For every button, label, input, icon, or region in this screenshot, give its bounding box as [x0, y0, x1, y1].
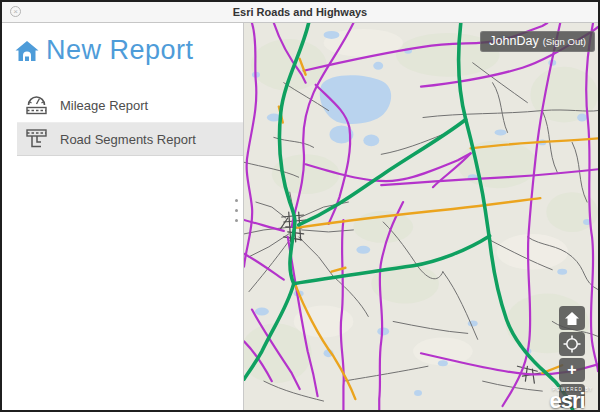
page-title: New Report: [46, 35, 194, 66]
locate-button[interactable]: [559, 332, 585, 356]
home-extent-button[interactable]: [559, 306, 585, 330]
road-segments-report-icon: [24, 127, 50, 151]
zoom-out-button[interactable]: −: [559, 384, 585, 408]
sign-out-link[interactable]: (Sign Out): [543, 31, 586, 52]
home-icon: [564, 311, 580, 326]
user-button[interactable]: JohnDay (Sign Out): [480, 31, 595, 52]
menu-item-mileage-report[interactable]: Mileage Report: [17, 88, 243, 122]
mileage-report-icon: [24, 93, 50, 117]
title-bar: × Esri Roads and Highways: [2, 2, 598, 23]
home-icon: [14, 38, 40, 64]
map-view[interactable]: JohnDay (Sign Out): [243, 23, 598, 411]
window-title: Esri Roads and Highways: [2, 2, 598, 22]
plus-icon: +: [567, 362, 576, 378]
basemap-canvas: [244, 23, 598, 411]
app-window: × Esri Roads and Highways New Report: [0, 0, 600, 412]
report-panel: New Report Mileage Report: [2, 23, 243, 411]
report-menu: Mileage Report Road Segments Report: [2, 88, 243, 156]
menu-item-label: Mileage Report: [60, 98, 148, 113]
user-name: JohnDay: [489, 31, 538, 52]
menu-item-label: Road Segments Report: [60, 132, 196, 147]
minus-icon: −: [567, 388, 576, 404]
panel-header: New Report: [14, 35, 243, 66]
zoom-in-button[interactable]: +: [559, 358, 585, 382]
panel-resize-handle[interactable]: [232, 199, 240, 229]
locate-icon: [563, 335, 581, 353]
map-controls: + −: [559, 306, 585, 410]
menu-item-road-segments-report[interactable]: Road Segments Report: [17, 122, 243, 156]
